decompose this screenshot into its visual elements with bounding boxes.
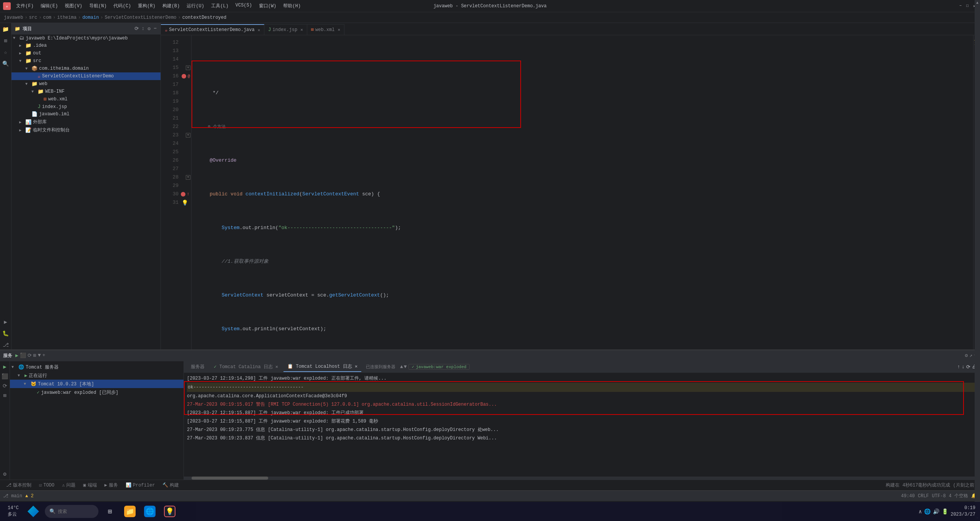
warning-lamp-icon[interactable]: 💡 [182, 200, 188, 206]
breadcrumb-part-2[interactable]: com [43, 15, 51, 20]
toolbar-tab-problems[interactable]: ⚠ 问题 [59, 481, 79, 490]
tab-close-1[interactable]: ✕ [300, 27, 303, 32]
tree-item-indexjsp[interactable]: J index.jsp [11, 103, 161, 110]
menu-refactor[interactable]: 重构(R) [135, 1, 159, 11]
time-display[interactable]: 0:19 2023/3/27 [951, 505, 975, 518]
tab-servletlistener[interactable]: ☕ ServletContextListenerDemo.java ✕ [161, 24, 264, 35]
toolbar-tab-profiler[interactable]: 📊 Profiler [123, 481, 158, 489]
tab-close-2[interactable]: ✕ [338, 27, 340, 32]
services-add-icon[interactable]: + [42, 352, 45, 359]
log-tab-localhost[interactable]: 📋 Tomcat Localhost 日志 ✕ [284, 362, 361, 372]
tool-project[interactable]: 📁 [1, 25, 10, 34]
menu-view[interactable]: 视图(V) [62, 1, 85, 11]
tray-battery[interactable]: 🔋 [942, 508, 948, 515]
tree-item-extlibs[interactable]: ▶ 📊 外部库 [11, 118, 161, 126]
menu-build[interactable]: 构建(B) [159, 1, 183, 11]
minimize-button[interactable]: − [958, 3, 963, 9]
status-encoding[interactable]: UTF-8 [932, 493, 946, 499]
services-tree[interactable]: ▼ 🌐 Tomcat 服务器 ▼ ▶ 正在运行 ▼ 🐱 Tomcat 10.0.… [10, 361, 184, 480]
log-scrollbar-thumb[interactable] [192, 477, 268, 480]
intellij-taskbar[interactable]: 💡 [161, 503, 178, 520]
deployment-status[interactable]: ✓ javaweb:war exploded [408, 364, 470, 370]
toolbar-tab-terminal[interactable]: ▣ 端端 [80, 481, 100, 490]
status-cursor[interactable]: 49:40 [901, 493, 915, 499]
breakpoint-28[interactable] [181, 192, 185, 197]
menu-tools[interactable]: 工具(L) [208, 1, 232, 11]
log-tab-server[interactable]: 服务器 [187, 362, 208, 372]
edge-browser-taskbar[interactable]: 🌐 [141, 503, 158, 520]
file-explorer-taskbar[interactable]: 📁 [121, 503, 138, 520]
tree-item-scratches[interactable]: ▶ 📝 临时文件和控制台 [11, 126, 161, 134]
tool-git[interactable]: ⎇ [1, 340, 10, 349]
tray-volume[interactable]: 🔊 [933, 508, 939, 515]
breadcrumb-part-5[interactable]: ServletContextListenerDemo [105, 15, 176, 20]
menu-file[interactable]: 文件(F) [13, 1, 37, 11]
status-indent[interactable]: 4 个空格 [949, 493, 968, 499]
services-restart-icon[interactable]: ⟳ [28, 352, 32, 359]
log-icon-down[interactable]: ↓ [962, 364, 965, 370]
tree-item-project[interactable]: ▼ 🗂 javaweb E:\IdeaProjects\mypro\javawe… [11, 34, 161, 42]
menu-window[interactable]: 窗口(W) [256, 1, 280, 11]
log-icon-up[interactable]: ↑ [957, 364, 960, 370]
svc-tool-play[interactable]: ▶ [2, 363, 7, 371]
breakpoint-15[interactable] [182, 74, 186, 79]
svc-tool-settings[interactable]: ⚙ [2, 470, 7, 478]
status-warnings[interactable]: ▲ 2 [25, 493, 34, 499]
status-line-ending[interactable]: CRLF [918, 493, 929, 499]
tool-run[interactable]: ▶ [1, 317, 10, 326]
tree-item-servletlistener[interactable]: ☕ ServletContextListenerDemo [11, 72, 161, 80]
panel-sync-icon[interactable]: ⟳ [134, 25, 139, 33]
services-settings-icon[interactable]: ⚙ [965, 352, 968, 359]
breadcrumb-part-6[interactable]: contextDestroyed [182, 15, 226, 20]
menu-nav[interactable]: 导航(N) [86, 1, 110, 11]
tree-item-web[interactable]: ▼ 📁 web [11, 80, 161, 88]
tool-favorites[interactable]: ☆ [1, 48, 10, 57]
tree-item-idea[interactable]: ▶ 📁 .idea [11, 42, 161, 49]
log-scrollbar[interactable] [184, 477, 980, 480]
svc-item-war-exploded[interactable]: ✓ javaweb:war exploded [已同步] [10, 388, 184, 396]
code-editor[interactable]: 12 13 14 15 16 17 18 19 20 21 22 23 24 2… [161, 35, 980, 349]
log-tab-catalina[interactable]: ✓ Tomcat Catalina 日志 ✕ [210, 362, 282, 372]
fold-icon-26[interactable]: ▼ [186, 175, 190, 180]
status-git[interactable]: ⎇ main [3, 493, 22, 499]
fold-icon-22[interactable]: ▼ [186, 133, 190, 138]
breadcrumb-part-3[interactable]: itheima [57, 15, 76, 20]
log-icon-wrap[interactable]: ⟳ [966, 364, 970, 370]
panel-settings-icon[interactable]: ⚙ [147, 25, 151, 33]
menu-help[interactable]: 帮助(H) [280, 1, 304, 11]
tab-indexjsp[interactable]: J index.jsp ✕ [264, 24, 307, 35]
tool-debug[interactable]: 🐛 [1, 329, 10, 338]
menu-vcs[interactable]: VCS(S) [232, 1, 255, 11]
tree-item-webinf[interactable]: ▼ 📁 WEB-INF [11, 88, 161, 95]
toolbar-tab-todo[interactable]: ☑ TODO [36, 481, 57, 489]
toolbar-tab-build[interactable]: 🔨 构建 [159, 481, 182, 490]
menu-run[interactable]: 运行(U) [184, 1, 207, 11]
services-expand-icon[interactable]: ↗ [969, 352, 972, 359]
services-stop-icon[interactable]: ⬛ [20, 352, 26, 359]
services-filter-icon[interactable]: ▼ [38, 352, 41, 359]
log-content[interactable]: [2023-03-27 12:19:14,298] 工件 javaweb:war… [184, 373, 980, 480]
services-deploy-icon[interactable]: ⊞ [33, 352, 36, 359]
breadcrumb-part-0[interactable]: javaweb [4, 15, 23, 20]
panel-close-icon[interactable]: − [153, 25, 157, 33]
svc-tool-stop[interactable]: ⬛ [1, 372, 9, 380]
tree-item-domain[interactable]: ▼ 📦 com.itheima.domain [11, 65, 161, 72]
services-play-icon[interactable]: ▶ [15, 352, 18, 359]
svc-item-running[interactable]: ▼ ▶ 正在运行 [10, 371, 184, 380]
maximize-button[interactable]: □ [965, 3, 970, 9]
svc-item-tomcat-server[interactable]: ▼ 🌐 Tomcat 服务器 [10, 363, 184, 371]
tree-item-out[interactable]: ▶ 📁 out [11, 49, 161, 57]
tab-close-0[interactable]: ✕ [257, 28, 260, 33]
toolbar-tab-services[interactable]: ▶ 服务 [102, 481, 121, 490]
tool-structure[interactable]: ⊞ [1, 36, 10, 45]
menu-edit[interactable]: 编辑(E) [38, 1, 61, 11]
tool-find[interactable]: 🔍 [1, 59, 10, 68]
svc-tool-deploy[interactable]: ⊞ [2, 392, 7, 400]
code-content[interactable]: */ 0 个方法 @Override public void contextIn… [192, 35, 973, 349]
tree-item-webxml[interactable]: ⊞ web.xml [11, 95, 161, 103]
taskbar-search-input[interactable] [58, 509, 88, 514]
toolbar-tab-vcs[interactable]: ⎇ 版本控制 [3, 481, 34, 490]
start-button[interactable] [25, 503, 42, 520]
svc-tool-restart[interactable]: ⟳ [2, 382, 8, 390]
breadcrumb-part-4[interactable]: domain [82, 15, 99, 20]
